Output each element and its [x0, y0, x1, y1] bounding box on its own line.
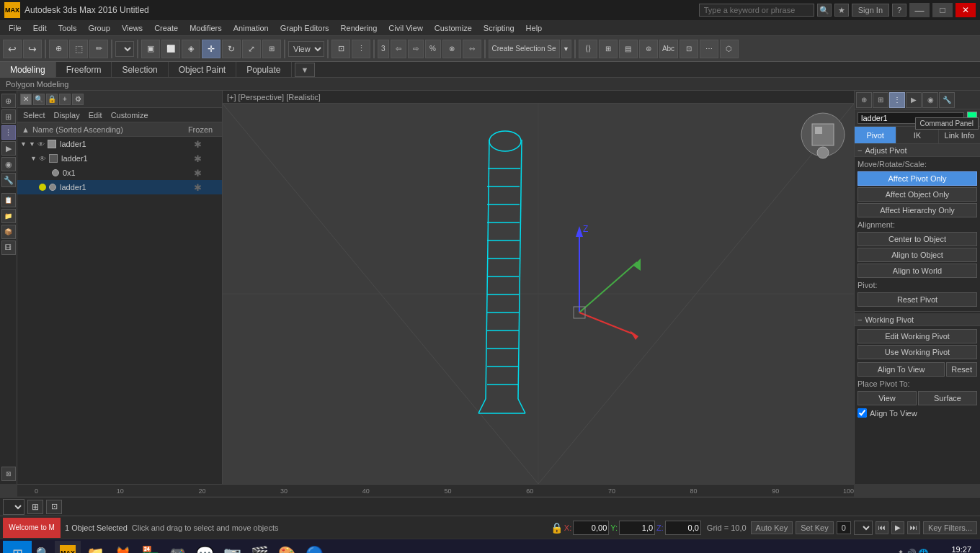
- taskbar-steam[interactable]: 🎮: [164, 541, 190, 554]
- num-btn-2[interactable]: ⇨: [408, 40, 424, 58]
- coord-sys-dropdown[interactable]: View: [288, 41, 324, 57]
- menu-file[interactable]: File: [3, 22, 27, 34]
- tool-btn-g[interactable]: ⋯: [700, 40, 718, 58]
- mirror-btn[interactable]: ⇿: [463, 40, 481, 58]
- tab-pivot[interactable]: Pivot: [855, 127, 896, 143]
- tool-btn-d[interactable]: ⊜: [639, 40, 658, 58]
- tool-btn-c[interactable]: ▤: [619, 40, 638, 58]
- scene-menu-select[interactable]: Select: [20, 111, 48, 120]
- menu-modifiers[interactable]: Modifiers: [184, 22, 228, 34]
- create-icon[interactable]: ⊕: [1, 94, 16, 108]
- rp-tab-modify[interactable]: ⊞: [873, 92, 888, 108]
- menu-group[interactable]: Group: [82, 22, 116, 34]
- scene-menu-customize[interactable]: Customize: [108, 111, 151, 120]
- snap-icons[interactable]: ⊠: [1, 467, 16, 481]
- select-obj-btn[interactable]: ▣: [141, 40, 160, 58]
- align-to-object-btn[interactable]: Align to Object: [858, 248, 977, 262]
- move-tool[interactable]: ✛: [202, 40, 220, 58]
- ribbon-expand[interactable]: ▼: [295, 63, 316, 77]
- menu-scripting[interactable]: Scripting: [478, 22, 520, 34]
- tool-btn-h[interactable]: ⬡: [720, 40, 739, 58]
- hierarchy-icon[interactable]: ⋮: [1, 125, 16, 140]
- display-icon[interactable]: ◉: [1, 157, 16, 171]
- taskbar-app3[interactable]: 🎨: [274, 541, 300, 554]
- taskbar-discord[interactable]: 💬: [192, 541, 218, 554]
- scene-explorer-icon[interactable]: 📋: [1, 193, 16, 207]
- key-prev-btn[interactable]: ⏮: [876, 521, 888, 534]
- num-btn-1[interactable]: ⇦: [391, 40, 406, 58]
- taskbar-explorer[interactable]: 📁: [82, 541, 108, 554]
- scale-tool[interactable]: ⤢: [242, 40, 261, 58]
- key-filters-btn[interactable]: Key Filters...: [923, 521, 977, 534]
- maximize-button[interactable]: □: [932, 3, 953, 17]
- z-coord-input[interactable]: [665, 521, 701, 535]
- paint-select[interactable]: ✏: [89, 40, 108, 58]
- taskbar-app2[interactable]: 🎬: [246, 541, 272, 554]
- menu-civil-view[interactable]: Civil View: [383, 22, 428, 34]
- menu-animation[interactable]: Animation: [228, 22, 275, 34]
- menu-graph-editors[interactable]: Graph Editors: [275, 22, 335, 34]
- taskbar-search[interactable]: 🔍: [33, 542, 53, 554]
- tool-btn-a[interactable]: ⟨⟩: [579, 40, 597, 58]
- close-button[interactable]: ✕: [956, 3, 976, 17]
- tree-row[interactable]: ▼ ▼ 👁 ladder1 ✱: [17, 137, 222, 151]
- place-surface-btn[interactable]: Surface: [918, 391, 977, 405]
- play-btn[interactable]: ▶: [891, 521, 904, 534]
- tab-selection[interactable]: Selection: [112, 62, 168, 78]
- anim-layers-icon[interactable]: 🎞: [1, 240, 16, 255]
- pivot-point[interactable]: ⊡: [331, 40, 350, 58]
- scene-search-btn[interactable]: 🔍: [33, 94, 45, 105]
- y-coord-input[interactable]: [619, 521, 655, 535]
- snap-toggle[interactable]: ⋮: [352, 40, 370, 58]
- align-to-view-btn[interactable]: Align To View: [858, 362, 945, 377]
- favorites-icon[interactable]: ★: [834, 4, 849, 17]
- adjust-pivot-header[interactable]: − Adjust Pivot: [855, 144, 980, 157]
- select-tool[interactable]: ⊕: [49, 40, 68, 58]
- tab-modeling[interactable]: Modeling: [0, 62, 56, 78]
- menu-customize[interactable]: Customize: [429, 22, 478, 34]
- tree-row[interactable]: ▼ 👁 ladder1 ✱: [17, 151, 222, 166]
- scene-col-frozen[interactable]: Frozen: [179, 125, 222, 134]
- select-region-btn[interactable]: ⬜: [161, 40, 180, 58]
- rp-tab-display[interactable]: ◉: [922, 92, 938, 108]
- percent-btn[interactable]: %: [425, 40, 441, 58]
- rotate-tool[interactable]: ↻: [222, 40, 241, 58]
- tab-populate[interactable]: Populate: [236, 62, 291, 78]
- menu-views[interactable]: Views: [116, 22, 148, 34]
- reset-working-btn[interactable]: Reset: [946, 362, 977, 377]
- tool-btn-e[interactable]: Abc: [659, 40, 678, 58]
- create-selection-btn[interactable]: Create Selection Se: [489, 40, 560, 58]
- workspace-dropdown[interactable]: Workspace: Default: [3, 499, 24, 515]
- viewport-canvas[interactable]: Z: [223, 104, 854, 484]
- align-to-view-checkbox[interactable]: [858, 408, 867, 418]
- taskbar-3dsmax[interactable]: MAX: [55, 541, 81, 554]
- taskbar-app4[interactable]: 🔵: [301, 541, 327, 554]
- container-icon[interactable]: 📦: [1, 225, 16, 239]
- affect-pivot-only-btn[interactable]: Affect Pivot Only: [858, 171, 977, 186]
- rp-tab-hierarchy[interactable]: ⋮: [889, 92, 905, 108]
- workspace-extra-btn[interactable]: ⊡: [46, 500, 62, 514]
- menu-rendering[interactable]: Rendering: [335, 22, 383, 34]
- working-pivot-header[interactable]: − Working Pivot: [855, 313, 980, 326]
- layer-manager-icon[interactable]: 📁: [1, 209, 16, 223]
- center-to-object-btn[interactable]: Center to Object: [858, 232, 977, 246]
- rp-tab-utilities[interactable]: 🔧: [939, 92, 955, 108]
- taskbar-store[interactable]: 🏪: [137, 541, 163, 554]
- search-icon[interactable]: 🔍: [817, 4, 832, 17]
- x-coord-input[interactable]: [573, 521, 609, 535]
- utilities-icon[interactable]: 🔧: [1, 173, 16, 187]
- affect-hierarchy-only-btn[interactable]: Affect Hierarchy Only: [858, 203, 977, 217]
- tab-freeform[interactable]: Freeform: [56, 62, 112, 78]
- menu-tools[interactable]: Tools: [53, 22, 83, 34]
- scene-add-btn[interactable]: +: [59, 94, 71, 105]
- rp-tab-create[interactable]: ⊕: [856, 92, 872, 108]
- scene-close-btn[interactable]: ✕: [20, 94, 32, 105]
- help-icon[interactable]: ?: [892, 4, 906, 17]
- scene-col-name[interactable]: ▲ Name (Sorted Ascending): [17, 125, 179, 134]
- filter-dropdown[interactable]: All: [115, 41, 134, 57]
- tab-object-paint[interactable]: Object Paint: [169, 62, 236, 78]
- scene-menu-edit[interactable]: Edit: [86, 111, 105, 120]
- tool-btn-b[interactable]: ⊞: [599, 40, 618, 58]
- create-selection-arrow[interactable]: ▼: [561, 40, 571, 58]
- search-input[interactable]: [699, 4, 814, 17]
